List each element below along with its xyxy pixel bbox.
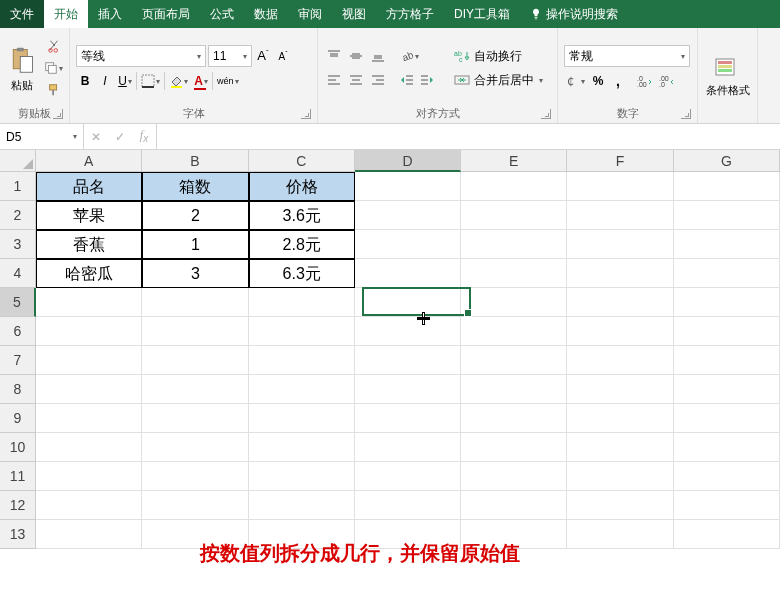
cell[interactable] — [36, 317, 142, 346]
row-header[interactable]: 3 — [0, 230, 36, 259]
percent-button[interactable]: % — [589, 71, 607, 91]
cell[interactable] — [36, 433, 142, 462]
column-header[interactable]: C — [249, 150, 355, 172]
tab-insert[interactable]: 插入 — [88, 0, 132, 28]
cell[interactable] — [567, 230, 673, 259]
cell[interactable] — [36, 491, 142, 520]
cell[interactable] — [36, 462, 142, 491]
grow-font-button[interactable]: Aˆ — [254, 46, 272, 66]
formula-input[interactable] — [157, 124, 780, 149]
column-header[interactable]: E — [461, 150, 567, 172]
row-header[interactable]: 4 — [0, 259, 36, 288]
orientation-button[interactable]: ab▾ — [398, 46, 421, 66]
row-header[interactable]: 12 — [0, 491, 36, 520]
column-header[interactable]: A — [36, 150, 142, 172]
cell[interactable]: 苹果 — [36, 201, 142, 230]
cell[interactable] — [249, 346, 355, 375]
row-header[interactable]: 8 — [0, 375, 36, 404]
cell[interactable]: 6.3元 — [249, 259, 355, 288]
cell[interactable] — [567, 433, 673, 462]
cell[interactable] — [461, 288, 567, 317]
row-header[interactable]: 1 — [0, 172, 36, 201]
cell[interactable] — [674, 433, 780, 462]
cell[interactable] — [567, 404, 673, 433]
cell[interactable]: 3 — [142, 259, 248, 288]
cell[interactable] — [355, 288, 461, 317]
cell[interactable] — [461, 433, 567, 462]
cell[interactable] — [142, 404, 248, 433]
underline-button[interactable]: U▾ — [116, 71, 134, 91]
cell[interactable] — [355, 404, 461, 433]
row-header[interactable]: 7 — [0, 346, 36, 375]
cell[interactable] — [461, 201, 567, 230]
cell[interactable] — [674, 288, 780, 317]
cell[interactable] — [674, 230, 780, 259]
cancel-formula-button[interactable]: ✕ — [84, 130, 108, 144]
cell[interactable] — [36, 375, 142, 404]
cell[interactable] — [355, 491, 461, 520]
italic-button[interactable]: I — [96, 71, 114, 91]
cell[interactable] — [674, 491, 780, 520]
tab-formulas[interactable]: 公式 — [200, 0, 244, 28]
cell[interactable] — [355, 346, 461, 375]
cell[interactable]: 哈密瓜 — [36, 259, 142, 288]
cell[interactable] — [461, 375, 567, 404]
align-bottom-button[interactable] — [368, 46, 388, 66]
phonetic-button[interactable]: wén▾ — [215, 71, 241, 91]
tab-file[interactable]: 文件 — [0, 0, 44, 28]
row-header[interactable]: 2 — [0, 201, 36, 230]
cell[interactable] — [142, 491, 248, 520]
row-header[interactable]: 11 — [0, 462, 36, 491]
cell[interactable] — [461, 259, 567, 288]
cell[interactable] — [461, 346, 567, 375]
cell[interactable] — [142, 433, 248, 462]
cell[interactable] — [567, 375, 673, 404]
number-format-combo[interactable]: 常规▾ — [564, 45, 690, 67]
tab-ffgz[interactable]: 方方格子 — [376, 0, 444, 28]
paste-button[interactable] — [6, 44, 38, 76]
cell[interactable] — [674, 172, 780, 201]
row-header[interactable]: 13 — [0, 520, 36, 549]
fill-color-button[interactable]: ▾ — [167, 71, 190, 91]
cell[interactable]: 价格 — [249, 172, 355, 201]
cell[interactable] — [249, 288, 355, 317]
font-size-combo[interactable]: 11▾ — [208, 45, 252, 67]
cell[interactable] — [36, 346, 142, 375]
row-header[interactable]: 5 — [0, 288, 36, 317]
font-color-button[interactable]: A▾ — [192, 71, 210, 91]
cell[interactable] — [674, 259, 780, 288]
align-middle-button[interactable] — [346, 46, 366, 66]
increase-decimal-button[interactable]: .0.00 — [635, 71, 655, 91]
cell[interactable]: 2.8元 — [249, 230, 355, 259]
cell[interactable] — [674, 462, 780, 491]
bold-button[interactable]: B — [76, 71, 94, 91]
cell[interactable] — [249, 375, 355, 404]
cell[interactable] — [674, 346, 780, 375]
border-button[interactable]: ▾ — [139, 71, 162, 91]
cell[interactable] — [567, 520, 673, 549]
decrease-indent-button[interactable] — [398, 70, 416, 90]
cell[interactable] — [461, 172, 567, 201]
merge-center-button[interactable]: 合并后居中▾ — [452, 70, 562, 90]
row-header[interactable]: 10 — [0, 433, 36, 462]
cell[interactable] — [567, 346, 673, 375]
cell[interactable]: 香蕉 — [36, 230, 142, 259]
wrap-text-button[interactable]: abc 自动换行 — [452, 46, 562, 66]
number-launcher[interactable] — [681, 109, 691, 119]
cell[interactable] — [249, 404, 355, 433]
font-name-combo[interactable]: 等线▾ — [76, 45, 206, 67]
cell[interactable] — [674, 520, 780, 549]
cell[interactable] — [567, 201, 673, 230]
format-painter-button[interactable] — [42, 80, 65, 100]
cell[interactable] — [567, 288, 673, 317]
cell[interactable] — [36, 520, 142, 549]
cut-button[interactable] — [42, 36, 65, 56]
cell[interactable] — [567, 491, 673, 520]
cell[interactable] — [142, 375, 248, 404]
enter-formula-button[interactable]: ✓ — [108, 130, 132, 144]
cond-format-button[interactable]: 条件格式 — [706, 85, 750, 96]
cell[interactable] — [567, 462, 673, 491]
cell[interactable]: 2 — [142, 201, 248, 230]
cell[interactable] — [567, 259, 673, 288]
name-box[interactable]: D5▾ — [0, 124, 84, 149]
